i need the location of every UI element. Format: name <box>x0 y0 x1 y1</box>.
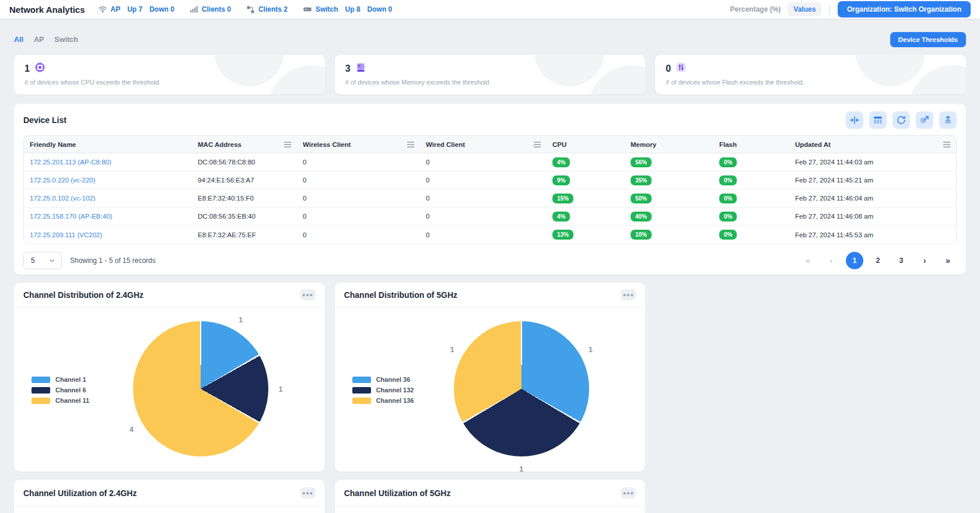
unit-toggle-percentage[interactable]: Percentage (%) <box>730 5 781 13</box>
legend-item[interactable]: Channel 11 <box>32 397 89 404</box>
stat-ap[interactable]: AP Up 7 Down 0 <box>98 5 174 14</box>
col-mac-address: MAC Address <box>192 136 297 153</box>
channel-distribution-5ghz-panel: Channel Distribution of 5GHz ●●● Channel… <box>335 283 646 472</box>
next-page-button[interactable]: › <box>916 252 933 269</box>
table-cell: Feb 27, 2024 11:46:04 am <box>789 189 956 208</box>
col-memory: Memory <box>625 136 713 153</box>
device-thresholds-button[interactable]: Device Thresholds <box>890 32 966 47</box>
table-cell: 0% <box>713 226 789 244</box>
legend-item[interactable]: Channel 1 <box>32 376 89 383</box>
page-button[interactable]: 1 <box>846 252 863 269</box>
pie-value-label: 1 <box>239 315 243 324</box>
device-link[interactable]: 172.25.201.113 (AP-C8:80) <box>30 159 111 166</box>
usage-badge: 4% <box>552 212 570 222</box>
card-description: # of devices whose Flash exceeds the thr… <box>666 79 956 86</box>
pie[interactable] <box>454 321 589 456</box>
channel-utilization-24ghz-panel: Channel Utilization of 2.4GHz ●●● <box>14 480 325 513</box>
table-header-row: Friendly Name MAC Address Wireless Clien… <box>24 136 956 153</box>
legend-item[interactable]: Channel 36 <box>352 376 414 383</box>
column-menu-icon[interactable] <box>284 142 291 147</box>
cpu-threshold-card: 1 # of devices whose CPU exceeds the thr… <box>14 55 325 94</box>
legend-label: Channel 11 <box>55 397 89 404</box>
unit-toggle-values[interactable]: Values <box>788 2 821 16</box>
tab-all[interactable]: All <box>14 36 23 44</box>
table-cell: Feb 27, 2024 11:44:03 am <box>789 153 956 171</box>
pie-value-label: 4 <box>130 424 134 433</box>
usage-badge: 0% <box>719 230 737 240</box>
device-link[interactable]: 172.25.0.220 (vc-220) <box>30 177 96 184</box>
main-content: All AP Switch Device Thresholds 1 # of d… <box>0 31 980 513</box>
table-cell: 0 <box>420 153 547 171</box>
column-menu-icon[interactable] <box>943 142 950 147</box>
legend-item[interactable]: Channel 132 <box>352 386 414 393</box>
device-link[interactable]: 172.25.158.170 (AP-EB:40) <box>30 213 112 220</box>
column-menu-icon[interactable] <box>534 142 541 147</box>
page-size-select[interactable]: 5 <box>23 252 62 269</box>
refresh-icon[interactable] <box>892 111 910 129</box>
expand-icon[interactable] <box>916 111 933 129</box>
last-page-button[interactable]: » <box>939 252 957 269</box>
table-cell: 35% <box>625 171 713 189</box>
chevron-down-icon <box>48 257 55 264</box>
stat-down: Down 0 <box>149 5 174 13</box>
device-list-panel: Device List <box>14 104 966 275</box>
usage-badge: 56% <box>631 157 652 167</box>
top-bar: Network Analytics AP Up 7 Down 0 Clients… <box>0 0 980 19</box>
table-cell: E8:E7:32:AE:75:EF <box>192 226 297 244</box>
more-icon[interactable]: ●●● <box>300 487 316 498</box>
table-cell: 0 <box>420 226 547 244</box>
cpu-icon <box>34 62 46 75</box>
table-cell: 172.25.0.102 (vc-102) <box>24 189 192 208</box>
legend-label: Channel 136 <box>376 397 414 404</box>
chart-legend: Channel 36Channel 132Channel 136 <box>352 376 414 404</box>
stat-label: Clients 0 <box>202 5 231 13</box>
col-updated-at: Updated At <box>789 136 956 153</box>
page-button[interactable]: 2 <box>869 252 887 269</box>
table-cell: E8:E7:32:40:15:F0 <box>192 189 297 208</box>
col-wired-client: Wired Client <box>420 136 547 153</box>
device-link[interactable]: 172.25.209.111 (VC202) <box>30 231 102 238</box>
table-cell: DC:08:56:35:EB:40 <box>192 208 297 226</box>
table-cell: 15% <box>547 189 625 208</box>
more-icon[interactable]: ●●● <box>300 289 316 300</box>
first-page-button[interactable]: « <box>799 252 817 269</box>
memory-threshold-card: 3 # of devices whose Memory exceeds the … <box>335 55 646 94</box>
stat-switch[interactable]: Switch Up 8 Down 0 <box>303 5 392 14</box>
collapse-icon[interactable] <box>846 111 863 129</box>
legend-swatch <box>352 387 371 393</box>
wifi-icon <box>98 5 107 14</box>
stat-wired-clients[interactable]: Clients 2 <box>246 5 288 14</box>
export-icon[interactable] <box>939 111 957 129</box>
pie[interactable] <box>133 321 268 456</box>
chart-body: Channel 36Channel 132Channel 136 111 <box>335 307 646 471</box>
chart-legend: Channel 1Channel 6Channel 11 <box>32 376 89 404</box>
column-menu-icon[interactable] <box>407 142 414 147</box>
page-button[interactable]: 3 <box>892 252 910 269</box>
legend-item[interactable]: Channel 6 <box>32 386 89 393</box>
more-icon[interactable]: ●●● <box>621 487 636 498</box>
organization-button[interactable]: Organization: Switch Organization <box>838 1 971 17</box>
table-row: 172.25.0.220 (vc-220)94:24:E1:56:E3:A700… <box>24 171 956 189</box>
tab-ap[interactable]: AP <box>34 36 44 44</box>
col-wireless-client: Wireless Client <box>297 136 420 153</box>
stat-wireless-clients[interactable]: Clients 0 <box>190 5 231 14</box>
tabs-row: All AP Switch Device Thresholds <box>14 31 966 48</box>
table-cell: 9% <box>547 171 625 189</box>
columns-icon[interactable] <box>869 111 887 129</box>
table-cell: Feb 27, 2024 11:45:21 am <box>789 171 956 189</box>
tab-switch[interactable]: Switch <box>54 36 78 44</box>
prev-page-button[interactable]: ‹ <box>822 252 840 269</box>
table-cell: 56% <box>625 153 713 171</box>
card-value: 1 <box>24 64 30 74</box>
more-icon[interactable]: ●●● <box>621 289 636 300</box>
card-description: # of devices whose Memory exceeds the th… <box>345 79 635 86</box>
pagination-row: 5 Showing 1 - 5 of 15 records «‹123›» <box>23 251 957 270</box>
switch-icon <box>303 5 312 14</box>
table-row: 172.25.209.111 (VC202)E8:E7:32:AE:75:EF0… <box>24 226 956 244</box>
col-friendly-name: Friendly Name <box>24 136 192 153</box>
pie-value-label: 1 <box>519 465 523 472</box>
pie-value-label: 1 <box>278 385 282 393</box>
legend-item[interactable]: Channel 136 <box>352 397 414 404</box>
device-link[interactable]: 172.25.0.102 (vc-102) <box>30 195 96 202</box>
table-cell: Feb 27, 2024 11:45:53 am <box>789 226 956 244</box>
